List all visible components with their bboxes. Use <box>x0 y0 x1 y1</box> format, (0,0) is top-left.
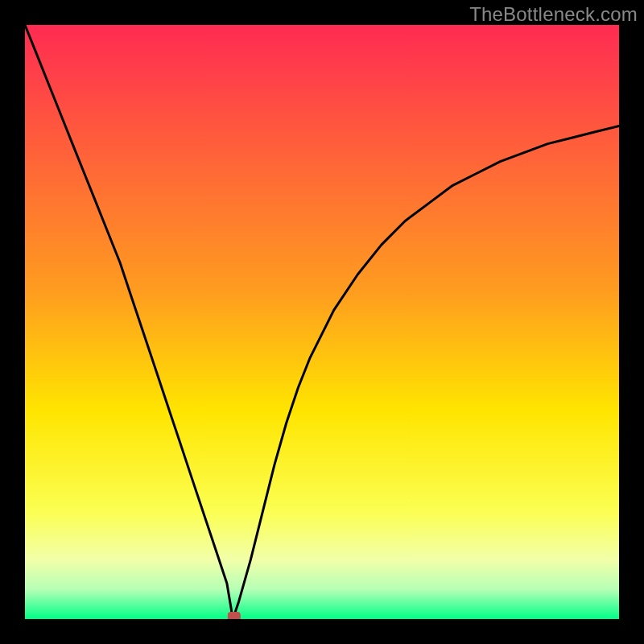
bottleneck-chart <box>25 25 619 619</box>
optimal-point-marker <box>228 612 241 619</box>
gradient-background <box>25 25 619 619</box>
attribution-text: TheBottleneck.com <box>469 3 638 26</box>
chart-frame <box>25 25 619 619</box>
